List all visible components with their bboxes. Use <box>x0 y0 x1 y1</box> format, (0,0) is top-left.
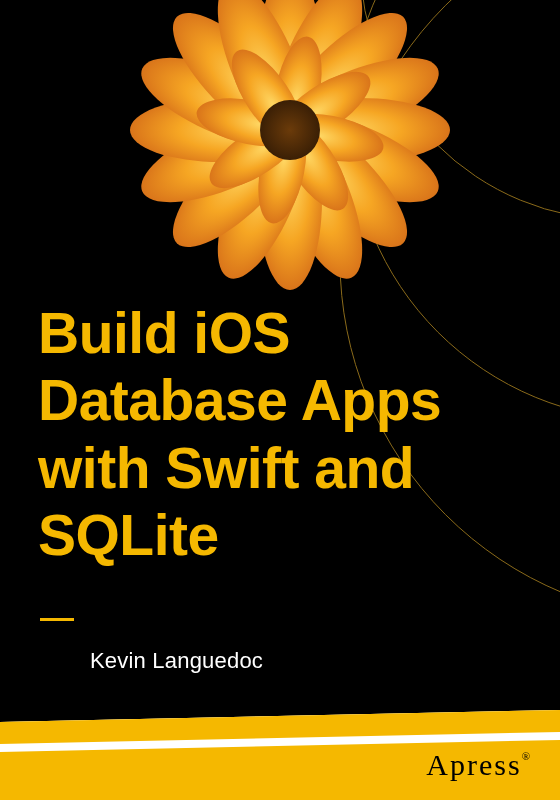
title-divider <box>40 618 74 621</box>
publisher-bar: Apress® <box>0 710 560 800</box>
dahlia-flower-icon <box>130 0 450 290</box>
author-name: Kevin Languedoc <box>90 648 263 674</box>
svg-point-27 <box>260 100 320 160</box>
publisher-logo: Apress® <box>426 748 532 782</box>
book-title: Build iOS Database Apps with Swift and S… <box>38 300 538 569</box>
publisher-name: Apress <box>426 748 521 781</box>
registered-mark: ® <box>522 750 532 762</box>
book-cover: Build iOS Database Apps with Swift and S… <box>0 0 560 800</box>
